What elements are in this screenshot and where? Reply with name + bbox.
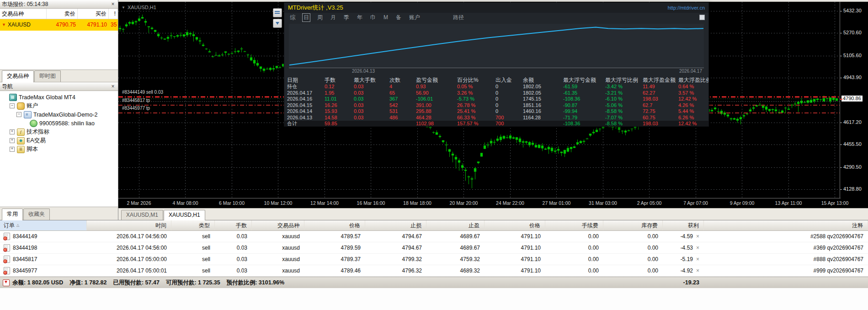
expand-icon[interactable]: +: [10, 129, 15, 134]
mtdriver-menu-item-账户[interactable]: 账户: [408, 14, 421, 21]
time-tick-label: 7 Apr 07:00: [675, 200, 716, 206]
chart-symbol-text: XAUUSD,H1: [128, 5, 156, 10]
mtdriver-menu-item-M[interactable]: M: [383, 14, 389, 21]
order-row[interactable]: 834459772026.04.17 05:00:01sell0.03xauus…: [0, 265, 868, 277]
orders-col-header[interactable]: 库存费: [603, 220, 663, 230]
navigator-bottom-tabs: 常用收藏夹: [0, 207, 118, 220]
mtdriver-menu-item-综[interactable]: 综: [289, 14, 296, 21]
orders-col-header[interactable]: 止盈: [426, 220, 485, 230]
tree-item[interactable]: 990059588: shilin liao: [1, 119, 118, 128]
panel-box-button[interactable]: [699, 15, 705, 20]
orders-col-header-sorted[interactable]: 订单△: [0, 220, 87, 230]
time-tick-label: 10 Mar 12:00: [258, 200, 299, 206]
close-order-icon[interactable]: ×: [696, 265, 699, 276]
order-row[interactable]: 834458172026.04.17 05:00:00sell0.03xauus…: [0, 254, 868, 265]
orders-col-header[interactable]: 注释: [704, 220, 868, 230]
expand-icon[interactable]: +: [10, 147, 15, 152]
chart-tab-XAUUSD,H1[interactable]: XAUUSD,H1: [164, 210, 205, 220]
close-order-icon[interactable]: ×: [696, 231, 699, 242]
tree-item[interactable]: −账户: [1, 102, 118, 110]
floating-profit-total: -19.23: [663, 279, 699, 286]
tree-item[interactable]: +技术指标: [1, 128, 118, 136]
navigator-close-icon[interactable]: ×: [110, 82, 116, 91]
expand-icon[interactable]: +: [10, 138, 15, 143]
tab-即时图[interactable]: 即时图: [34, 70, 61, 82]
time-tick-label: 27 Mar 01:00: [536, 200, 577, 206]
orders-col-header[interactable]: 止损: [365, 220, 426, 230]
time-tick-label: 4 Mar 08:00: [165, 200, 206, 206]
order-row[interactable]: 834441492026.04.17 04:56:00sell0.03xauus…: [0, 231, 868, 242]
order-time: 2026.04.17 04:56:00: [87, 231, 171, 242]
time-tick-label: 31 Mar 03:00: [582, 200, 623, 206]
order-take-profit: 4689.67: [426, 231, 485, 242]
mtdriver-menu-item-月[interactable]: 月: [330, 14, 337, 21]
orders-col-header[interactable]: 获利: [663, 220, 704, 230]
market-watch-col-header: 卖价: [47, 9, 78, 19]
tree-item-label: 账户: [27, 102, 38, 110]
order-take-profit: 4759.32: [426, 254, 485, 265]
stat-date: 2026.04.14: [287, 108, 325, 115]
mtdriver-stats-table: 日期手数最大手数次数盈亏金额百分比%出入金余额最大浮亏金额最大浮亏比例最大浮盈金…: [284, 76, 708, 127]
orders-col-header[interactable]: 类型: [171, 220, 215, 230]
stat-value: 1460.16: [523, 108, 563, 115]
order-row[interactable]: 834441982026.04.17 04:56:00sell0.03xauus…: [0, 242, 868, 254]
orders-col-header[interactable]: 手数: [215, 220, 252, 230]
navigator-panel: 导航 × TradeMax Global MT4−账户−TradeMaxGlob…: [0, 82, 118, 207]
order-swap: 0.00: [603, 231, 663, 242]
mtdriver-menu-item-周[interactable]: 周: [316, 14, 324, 21]
stat-col-header: 最大浮盈金额: [643, 76, 678, 84]
mtdriver-menu-item-季[interactable]: 季: [343, 14, 350, 21]
tab-常用[interactable]: 常用: [2, 208, 23, 220]
order-id-cell: 83444198: [0, 242, 87, 253]
order-id-cell: 83445977: [0, 265, 87, 276]
price-tick-label: 4128.80: [843, 186, 862, 192]
tab-交易品种[interactable]: 交易品种: [2, 70, 34, 82]
close-order-icon[interactable]: ×: [696, 254, 699, 265]
tree-item[interactable]: +EA交易: [1, 136, 118, 145]
chart-tabs-bar: XAUUSD,M1XAUUSD,H1: [118, 208, 868, 220]
price-axis[interactable]: 5432.305270.605105.604943.904790.864617.…: [840, 2, 868, 208]
mtdriver-menu-item-路径[interactable]: 路径: [452, 14, 465, 21]
mtdriver-menu-item-巾[interactable]: 巾: [369, 14, 377, 21]
tab-收藏夹[interactable]: 收藏夹: [23, 208, 50, 220]
orders-table-body: 834441492026.04.17 04:56:00sell0.03xauus…: [0, 231, 868, 277]
market-watch-close-icon[interactable]: ×: [110, 0, 116, 8]
market-watch-empty-area: [0, 31, 118, 69]
mtdriver-link[interactable]: http://mtdriver.cn: [668, 5, 705, 11]
chart-tool-button-dropdown[interactable]: [273, 19, 282, 28]
mtdriver-menu-item-日[interactable]: 日: [302, 13, 310, 22]
chart-tool-button-indicators[interactable]: [273, 8, 282, 17]
mtdriver-menu-item-备[interactable]: 备: [395, 14, 402, 21]
tree-item-label: 技术指标: [27, 128, 49, 136]
orders-col-header[interactable]: 价格: [485, 220, 545, 230]
tree-item[interactable]: +脚本: [1, 145, 118, 154]
order-lots: 0.03: [215, 242, 252, 253]
orders-col-header[interactable]: 价格: [304, 220, 365, 230]
order-open-price: 4789.59: [304, 242, 365, 253]
chart-tab-XAUUSD,M1[interactable]: XAUUSD,M1: [121, 210, 163, 220]
chart-area: ▼ XAUUSD,H1 #83444149 sell 0.03#83445817…: [118, 0, 868, 220]
orders-col-header[interactable]: 手续费: [545, 220, 603, 230]
collapse-icon[interactable]: −: [10, 103, 15, 108]
order-profit-cell: -4.92×: [663, 265, 704, 276]
order-profit-cell: -5.19×: [663, 254, 704, 265]
collapse-icon[interactable]: −: [16, 112, 21, 117]
curve-end-date: 2026.04.17: [679, 69, 702, 74]
market-watch-symbol-row[interactable]: ▼XAUUSD4790.754791.1035: [0, 19, 118, 31]
curve-start-date: 2026.04.13: [352, 69, 375, 74]
close-order-icon[interactable]: ×: [696, 242, 699, 253]
order-id: 83444149: [13, 231, 37, 242]
tree-item[interactable]: −TradeMaxGlobal-Demo-2: [1, 110, 118, 119]
orders-table-header: 订单△时间类型手数交易品种价格止损止盈价格手续费库存费获利注释: [0, 220, 868, 231]
stat-value: 14.58: [325, 115, 354, 121]
stat-col-header: 手数: [325, 76, 354, 84]
tree-item[interactable]: TradeMax Global MT4: [1, 93, 118, 102]
orders-col-header[interactable]: 交易品种: [252, 220, 304, 230]
order-doc-icon: [4, 267, 10, 274]
stat-value: 4: [389, 84, 416, 90]
orders-col-header[interactable]: 时间: [87, 220, 171, 230]
time-axis[interactable]: 2 Mar 20264 Mar 08:006 Mar 10:0010 Mar 1…: [118, 198, 841, 208]
stat-value: 56.90: [416, 90, 457, 96]
stat-value: 5.44 %: [678, 108, 709, 115]
mtdriver-menu-item-年[interactable]: 年: [356, 14, 363, 21]
